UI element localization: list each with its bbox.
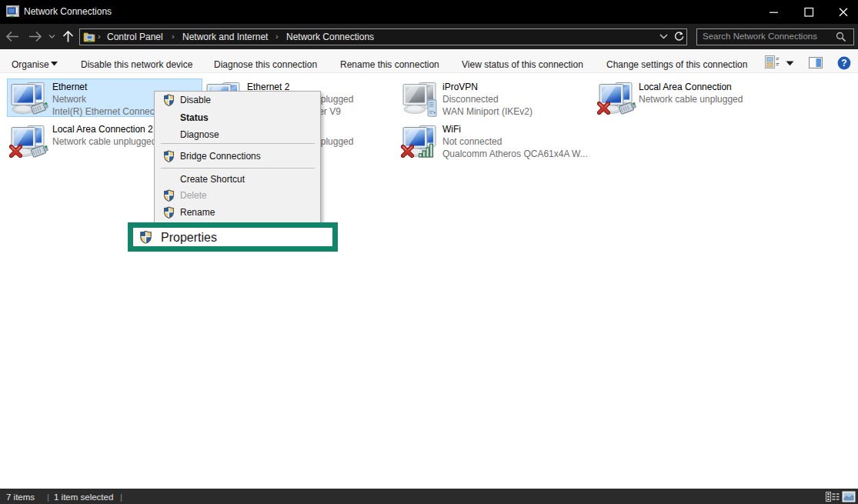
svg-text:?: ?	[841, 58, 846, 68]
